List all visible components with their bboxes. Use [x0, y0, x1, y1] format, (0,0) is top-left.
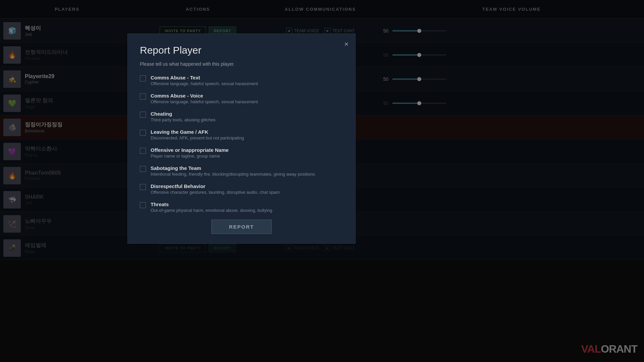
report-option-checkbox[interactable] — [140, 148, 146, 154]
report-modal: Report Player Please tell us what happen… — [127, 34, 356, 244]
option-content: Comms Abuse - Voice Offensive language, … — [151, 93, 258, 104]
option-title: Threats — [151, 201, 272, 207]
option-title: Leaving the Game / AFK — [151, 129, 244, 135]
option-description: Offensive language, hateful speech, sexu… — [151, 81, 258, 86]
option-description: Out-of-game physical harm, emotional abu… — [151, 208, 272, 213]
option-content: Comms Abuse - Text Offensive language, h… — [151, 75, 258, 86]
report-option-checkbox[interactable] — [140, 202, 146, 208]
option-content: Threats Out-of-game physical harm, emoti… — [151, 201, 272, 213]
report-option: Disrespectful Behavior Offensive charact… — [140, 183, 343, 195]
option-content: Offensive or Inappropriate Name Player n… — [151, 147, 229, 159]
report-option-checkbox[interactable] — [140, 166, 146, 172]
close-button[interactable]: × — [344, 41, 348, 48]
option-description: Third party tools, abusing glitches — [151, 117, 216, 122]
option-title: Offensive or Inappropriate Name — [151, 147, 229, 153]
option-content: Cheating Third party tools, abusing glit… — [151, 111, 216, 122]
option-content: Disrespectful Behavior Offensive charact… — [151, 183, 280, 195]
modal-overlay: Report Player Please tell us what happen… — [0, 0, 644, 362]
option-description: Intentional feeding, friendly fire, bloc… — [151, 172, 315, 177]
report-option-checkbox[interactable] — [140, 130, 146, 136]
report-option: Cheating Third party tools, abusing glit… — [140, 111, 343, 122]
option-content: Sabotaging the Team Intentional feeding,… — [151, 165, 315, 177]
option-title: Disrespectful Behavior — [151, 183, 280, 189]
modal-title: Report Player — [140, 45, 343, 56]
report-option: Offensive or Inappropriate Name Player n… — [140, 147, 343, 159]
option-title: Sabotaging the Team — [151, 165, 315, 171]
report-option-checkbox[interactable] — [140, 75, 146, 81]
report-option-checkbox[interactable] — [140, 112, 146, 118]
report-option: Comms Abuse - Voice Offensive language, … — [140, 93, 343, 104]
report-submit-button[interactable]: Report — [211, 220, 272, 234]
report-option: Leaving the Game / AFK Disconnected, AFK… — [140, 129, 343, 140]
option-title: Comms Abuse - Voice — [151, 93, 258, 99]
report-option-checkbox[interactable] — [140, 184, 146, 190]
option-title: Cheating — [151, 111, 216, 117]
option-description: Offensive character gestures, taunting, … — [151, 190, 280, 195]
report-option: Sabotaging the Team Intentional feeding,… — [140, 165, 343, 177]
modal-subtitle: Please tell us what happened with this p… — [140, 61, 343, 67]
report-option-checkbox[interactable] — [140, 94, 146, 100]
report-option: Comms Abuse - Text Offensive language, h… — [140, 75, 343, 86]
option-description: Offensive language, hateful speech, sexu… — [151, 99, 258, 104]
report-options-list: Comms Abuse - Text Offensive language, h… — [140, 75, 343, 213]
option-title: Comms Abuse - Text — [151, 75, 258, 80]
option-description: Disconnected, AFK, present but not parti… — [151, 135, 244, 140]
report-option: Threats Out-of-game physical harm, emoti… — [140, 201, 343, 213]
option-description: Player name or tagline, group name — [151, 154, 229, 159]
option-content: Leaving the Game / AFK Disconnected, AFK… — [151, 129, 244, 140]
